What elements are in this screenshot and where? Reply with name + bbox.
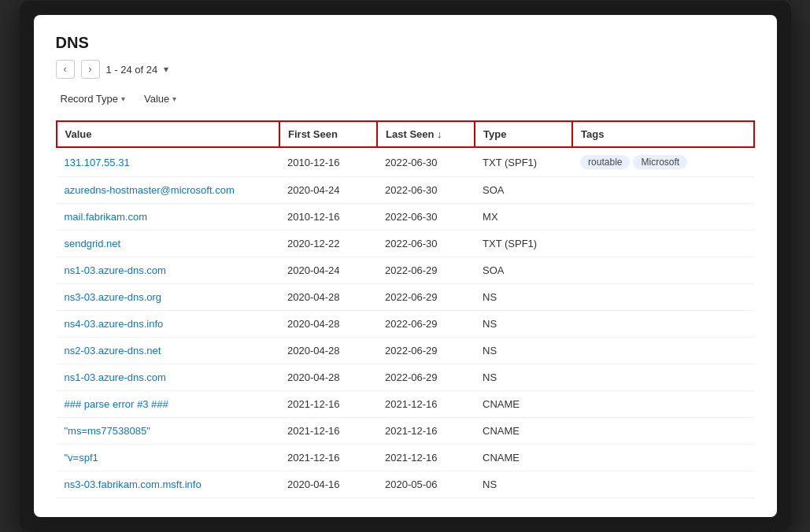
cell-value[interactable]: 131.107.55.31 xyxy=(57,147,280,177)
cell-value[interactable]: ### parse error #3 ### xyxy=(57,391,280,418)
prev-page-button[interactable]: ‹ xyxy=(56,60,75,79)
cell-type: CNAME xyxy=(475,445,572,471)
col-header-first-seen[interactable]: First Seen xyxy=(279,121,377,147)
filter-record-type[interactable]: Record Type ▾ xyxy=(56,90,130,108)
next-page-button[interactable]: › xyxy=(81,60,100,79)
cell-tags xyxy=(572,391,753,418)
table-row: ns1-03.azure-dns.com2020-04-282022-06-29… xyxy=(57,364,754,391)
table-row: ns2-03.azure-dns.net2020-04-282022-06-29… xyxy=(57,338,754,364)
cell-value[interactable]: ns3-03.azure-dns.org xyxy=(57,284,280,311)
cell-value[interactable]: sendgrid.net xyxy=(57,231,280,257)
cell-first-seen: 2021-12-16 xyxy=(279,445,377,471)
filter-record-type-label: Record Type xyxy=(61,93,118,105)
pagination-row: ‹ › 1 - 24 of 24 ▾ xyxy=(56,60,755,79)
filter-value-label: Value xyxy=(144,93,169,105)
cell-value[interactable]: azuredns-hostmaster@microsoft.com xyxy=(57,177,280,204)
cell-last-seen: 2022-06-30 xyxy=(377,204,475,231)
cell-first-seen: 2020-04-28 xyxy=(279,284,377,311)
cell-last-seen: 2021-12-16 xyxy=(377,418,475,445)
table-row: ns4-03.azure-dns.info2020-04-282022-06-2… xyxy=(57,311,754,338)
table-row: sendgrid.net2020-12-222022-06-30TXT (SPF… xyxy=(57,231,754,257)
table-row: ### parse error #3 ###2021-12-162021-12-… xyxy=(57,391,754,418)
cell-type: NS xyxy=(475,284,572,311)
cell-tags xyxy=(572,284,753,311)
col-header-type[interactable]: Type xyxy=(475,121,572,147)
cell-last-seen: 2022-06-29 xyxy=(377,311,475,338)
cell-last-seen: 2022-06-30 xyxy=(377,147,475,177)
cell-type: NS xyxy=(475,311,572,338)
cell-first-seen: 2020-04-24 xyxy=(279,177,377,204)
table-row: mail.fabrikam.com2010-12-162022-06-30MX xyxy=(57,204,754,231)
table-row: ns3-03.fabrikam.com.msft.info2020-04-162… xyxy=(57,471,754,498)
filter-value[interactable]: Value ▾ xyxy=(139,90,181,108)
cell-last-seen: 2022-06-30 xyxy=(377,231,475,257)
cell-value[interactable]: ns1-03.azure-dns.com xyxy=(57,257,280,284)
cell-type: NS xyxy=(475,338,572,364)
window-container: DNS ‹ › 1 - 24 of 24 ▾ Record Type ▾ Val… xyxy=(20,1,791,531)
filter-value-icon: ▾ xyxy=(172,94,176,103)
cell-tags xyxy=(572,338,753,364)
cell-tags xyxy=(572,445,753,471)
col-header-value[interactable]: Value xyxy=(57,121,280,147)
cell-tags xyxy=(572,204,753,231)
filter-row: Record Type ▾ Value ▾ xyxy=(56,90,755,108)
cell-value[interactable]: ns2-03.azure-dns.net xyxy=(57,338,280,364)
cell-tags xyxy=(572,177,753,204)
page-title: DNS xyxy=(56,34,755,52)
pagination-dropdown[interactable]: ▾ xyxy=(164,64,168,75)
cell-value[interactable]: mail.fabrikam.com xyxy=(57,204,280,231)
cell-last-seen: 2021-12-16 xyxy=(377,445,475,471)
table-row: ns1-03.azure-dns.com2020-04-242022-06-29… xyxy=(57,257,754,284)
col-header-tags[interactable]: Tags xyxy=(572,121,753,147)
cell-tags xyxy=(572,471,753,498)
tag-badge[interactable]: routable xyxy=(580,155,630,169)
cell-tags: routableMicrosoft xyxy=(572,147,753,177)
cell-last-seen: 2022-06-29 xyxy=(377,338,475,364)
cell-last-seen: 2022-06-29 xyxy=(377,257,475,284)
cell-type: SOA xyxy=(475,257,572,284)
cell-tags xyxy=(572,418,753,445)
cell-type: TXT (SPF1) xyxy=(475,147,572,177)
cell-value[interactable]: ns3-03.fabrikam.com.msft.info xyxy=(57,471,280,498)
dns-table: Value First Seen Last Seen ↓ Type Tags 1… xyxy=(56,120,755,498)
tag-badge[interactable]: Microsoft xyxy=(633,155,687,169)
cell-last-seen: 2021-12-16 xyxy=(377,391,475,418)
cell-first-seen: 2020-12-22 xyxy=(279,231,377,257)
cell-first-seen: 2020-04-28 xyxy=(279,311,377,338)
cell-type: TXT (SPF1) xyxy=(475,231,572,257)
cell-first-seen: 2020-04-16 xyxy=(279,471,377,498)
table-row: ns3-03.azure-dns.org2020-04-282022-06-29… xyxy=(57,284,754,311)
cell-type: NS xyxy=(475,471,572,498)
table-row: "ms=ms77538085"2021-12-162021-12-16CNAME xyxy=(57,418,754,445)
cell-last-seen: 2022-06-30 xyxy=(377,177,475,204)
cell-first-seen: 2021-12-16 xyxy=(279,391,377,418)
cell-tags xyxy=(572,231,753,257)
table-row: azuredns-hostmaster@microsoft.com2020-04… xyxy=(57,177,754,204)
col-header-last-seen[interactable]: Last Seen ↓ xyxy=(377,121,475,147)
cell-last-seen: 2022-06-29 xyxy=(377,284,475,311)
cell-value[interactable]: ns4-03.azure-dns.info xyxy=(57,311,280,338)
main-panel: DNS ‹ › 1 - 24 of 24 ▾ Record Type ▾ Val… xyxy=(34,15,777,517)
cell-first-seen: 2010-12-16 xyxy=(279,147,377,177)
filter-record-type-icon: ▾ xyxy=(121,94,125,103)
cell-first-seen: 2020-04-24 xyxy=(279,257,377,284)
cell-type: CNAME xyxy=(475,418,572,445)
table-header-row: Value First Seen Last Seen ↓ Type Tags xyxy=(57,121,754,147)
cell-last-seen: 2020-05-06 xyxy=(377,471,475,498)
cell-type: MX xyxy=(475,204,572,231)
cell-value[interactable]: "ms=ms77538085" xyxy=(57,418,280,445)
cell-type: NS xyxy=(475,364,572,391)
table-row: 131.107.55.312010-12-162022-06-30TXT (SP… xyxy=(57,147,754,177)
pagination-info: 1 - 24 of 24 xyxy=(106,64,158,76)
cell-first-seen: 2010-12-16 xyxy=(279,204,377,231)
cell-last-seen: 2022-06-29 xyxy=(377,364,475,391)
cell-value[interactable]: "v=spf1 xyxy=(57,445,280,471)
cell-type: CNAME xyxy=(475,391,572,418)
cell-tags xyxy=(572,364,753,391)
cell-type: SOA xyxy=(475,177,572,204)
table-row: "v=spf12021-12-162021-12-16CNAME xyxy=(57,445,754,471)
cell-first-seen: 2020-04-28 xyxy=(279,364,377,391)
cell-first-seen: 2020-04-28 xyxy=(279,338,377,364)
cell-first-seen: 2021-12-16 xyxy=(279,418,377,445)
cell-value[interactable]: ns1-03.azure-dns.com xyxy=(57,364,280,391)
